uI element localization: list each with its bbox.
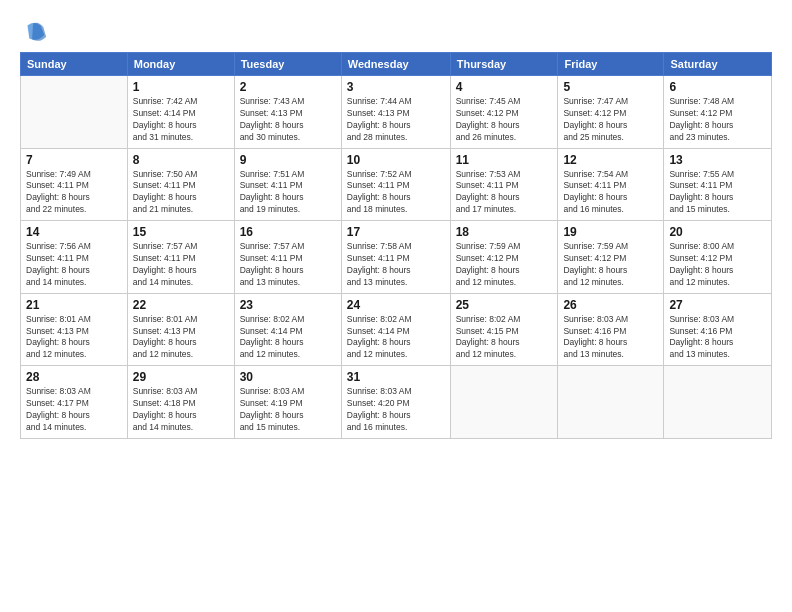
page: SundayMondayTuesdayWednesdayThursdayFrid…: [0, 0, 792, 612]
day-number: 8: [133, 153, 229, 167]
col-header-tuesday: Tuesday: [234, 53, 341, 76]
calendar-row-week-2: 7Sunrise: 7:49 AM Sunset: 4:11 PM Daylig…: [21, 148, 772, 221]
day-info: Sunrise: 7:56 AM Sunset: 4:11 PM Dayligh…: [26, 241, 122, 289]
calendar-cell: 26Sunrise: 8:03 AM Sunset: 4:16 PM Dayli…: [558, 293, 664, 366]
day-number: 13: [669, 153, 766, 167]
col-header-monday: Monday: [127, 53, 234, 76]
calendar-cell: 9Sunrise: 7:51 AM Sunset: 4:11 PM Daylig…: [234, 148, 341, 221]
col-header-sunday: Sunday: [21, 53, 128, 76]
day-number: 27: [669, 298, 766, 312]
calendar-cell: 28Sunrise: 8:03 AM Sunset: 4:17 PM Dayli…: [21, 366, 128, 439]
day-info: Sunrise: 7:48 AM Sunset: 4:12 PM Dayligh…: [669, 96, 766, 144]
day-number: 26: [563, 298, 658, 312]
day-number: 19: [563, 225, 658, 239]
header: [20, 18, 772, 46]
calendar-cell: 12Sunrise: 7:54 AM Sunset: 4:11 PM Dayli…: [558, 148, 664, 221]
day-info: Sunrise: 7:55 AM Sunset: 4:11 PM Dayligh…: [669, 169, 766, 217]
day-number: 4: [456, 80, 553, 94]
day-info: Sunrise: 7:45 AM Sunset: 4:12 PM Dayligh…: [456, 96, 553, 144]
calendar-cell: 1Sunrise: 7:42 AM Sunset: 4:14 PM Daylig…: [127, 76, 234, 149]
calendar-cell: [21, 76, 128, 149]
day-info: Sunrise: 7:57 AM Sunset: 4:11 PM Dayligh…: [133, 241, 229, 289]
calendar-cell: 14Sunrise: 7:56 AM Sunset: 4:11 PM Dayli…: [21, 221, 128, 294]
calendar-cell: 11Sunrise: 7:53 AM Sunset: 4:11 PM Dayli…: [450, 148, 558, 221]
day-number: 6: [669, 80, 766, 94]
logo-icon: [20, 18, 48, 46]
day-number: 3: [347, 80, 445, 94]
day-number: 28: [26, 370, 122, 384]
day-info: Sunrise: 8:02 AM Sunset: 4:14 PM Dayligh…: [347, 314, 445, 362]
calendar-cell: 10Sunrise: 7:52 AM Sunset: 4:11 PM Dayli…: [341, 148, 450, 221]
calendar-cell: 2Sunrise: 7:43 AM Sunset: 4:13 PM Daylig…: [234, 76, 341, 149]
day-number: 12: [563, 153, 658, 167]
calendar-cell: 7Sunrise: 7:49 AM Sunset: 4:11 PM Daylig…: [21, 148, 128, 221]
day-info: Sunrise: 7:43 AM Sunset: 4:13 PM Dayligh…: [240, 96, 336, 144]
col-header-saturday: Saturday: [664, 53, 772, 76]
day-info: Sunrise: 8:01 AM Sunset: 4:13 PM Dayligh…: [133, 314, 229, 362]
calendar-cell: 29Sunrise: 8:03 AM Sunset: 4:18 PM Dayli…: [127, 366, 234, 439]
day-info: Sunrise: 7:53 AM Sunset: 4:11 PM Dayligh…: [456, 169, 553, 217]
calendar-cell: 4Sunrise: 7:45 AM Sunset: 4:12 PM Daylig…: [450, 76, 558, 149]
calendar-cell: 5Sunrise: 7:47 AM Sunset: 4:12 PM Daylig…: [558, 76, 664, 149]
calendar-cell: 13Sunrise: 7:55 AM Sunset: 4:11 PM Dayli…: [664, 148, 772, 221]
day-info: Sunrise: 7:51 AM Sunset: 4:11 PM Dayligh…: [240, 169, 336, 217]
day-info: Sunrise: 8:03 AM Sunset: 4:20 PM Dayligh…: [347, 386, 445, 434]
col-header-thursday: Thursday: [450, 53, 558, 76]
calendar-cell: 31Sunrise: 8:03 AM Sunset: 4:20 PM Dayli…: [341, 366, 450, 439]
calendar-cell: [450, 366, 558, 439]
day-number: 16: [240, 225, 336, 239]
day-info: Sunrise: 7:42 AM Sunset: 4:14 PM Dayligh…: [133, 96, 229, 144]
day-info: Sunrise: 7:47 AM Sunset: 4:12 PM Dayligh…: [563, 96, 658, 144]
day-info: Sunrise: 8:01 AM Sunset: 4:13 PM Dayligh…: [26, 314, 122, 362]
calendar-row-week-3: 14Sunrise: 7:56 AM Sunset: 4:11 PM Dayli…: [21, 221, 772, 294]
calendar-cell: 15Sunrise: 7:57 AM Sunset: 4:11 PM Dayli…: [127, 221, 234, 294]
day-info: Sunrise: 8:03 AM Sunset: 4:16 PM Dayligh…: [563, 314, 658, 362]
day-number: 29: [133, 370, 229, 384]
calendar-cell: 3Sunrise: 7:44 AM Sunset: 4:13 PM Daylig…: [341, 76, 450, 149]
day-info: Sunrise: 7:54 AM Sunset: 4:11 PM Dayligh…: [563, 169, 658, 217]
day-number: 14: [26, 225, 122, 239]
day-number: 5: [563, 80, 658, 94]
day-number: 24: [347, 298, 445, 312]
calendar-cell: 25Sunrise: 8:02 AM Sunset: 4:15 PM Dayli…: [450, 293, 558, 366]
day-info: Sunrise: 7:59 AM Sunset: 4:12 PM Dayligh…: [456, 241, 553, 289]
day-info: Sunrise: 8:00 AM Sunset: 4:12 PM Dayligh…: [669, 241, 766, 289]
day-number: 17: [347, 225, 445, 239]
day-info: Sunrise: 8:03 AM Sunset: 4:19 PM Dayligh…: [240, 386, 336, 434]
day-info: Sunrise: 7:59 AM Sunset: 4:12 PM Dayligh…: [563, 241, 658, 289]
day-number: 2: [240, 80, 336, 94]
day-number: 10: [347, 153, 445, 167]
day-info: Sunrise: 7:49 AM Sunset: 4:11 PM Dayligh…: [26, 169, 122, 217]
calendar-cell: 23Sunrise: 8:02 AM Sunset: 4:14 PM Dayli…: [234, 293, 341, 366]
calendar-cell: 17Sunrise: 7:58 AM Sunset: 4:11 PM Dayli…: [341, 221, 450, 294]
day-number: 1: [133, 80, 229, 94]
day-info: Sunrise: 8:03 AM Sunset: 4:18 PM Dayligh…: [133, 386, 229, 434]
calendar-cell: 6Sunrise: 7:48 AM Sunset: 4:12 PM Daylig…: [664, 76, 772, 149]
day-number: 11: [456, 153, 553, 167]
calendar-cell: 19Sunrise: 7:59 AM Sunset: 4:12 PM Dayli…: [558, 221, 664, 294]
calendar-cell: 30Sunrise: 8:03 AM Sunset: 4:19 PM Dayli…: [234, 366, 341, 439]
calendar-cell: 20Sunrise: 8:00 AM Sunset: 4:12 PM Dayli…: [664, 221, 772, 294]
calendar-row-week-5: 28Sunrise: 8:03 AM Sunset: 4:17 PM Dayli…: [21, 366, 772, 439]
calendar-cell: 8Sunrise: 7:50 AM Sunset: 4:11 PM Daylig…: [127, 148, 234, 221]
calendar-row-week-4: 21Sunrise: 8:01 AM Sunset: 4:13 PM Dayli…: [21, 293, 772, 366]
day-number: 20: [669, 225, 766, 239]
day-info: Sunrise: 8:03 AM Sunset: 4:17 PM Dayligh…: [26, 386, 122, 434]
day-info: Sunrise: 8:03 AM Sunset: 4:16 PM Dayligh…: [669, 314, 766, 362]
day-number: 15: [133, 225, 229, 239]
calendar-cell: 22Sunrise: 8:01 AM Sunset: 4:13 PM Dayli…: [127, 293, 234, 366]
calendar-cell: 21Sunrise: 8:01 AM Sunset: 4:13 PM Dayli…: [21, 293, 128, 366]
calendar-cell: 27Sunrise: 8:03 AM Sunset: 4:16 PM Dayli…: [664, 293, 772, 366]
day-number: 25: [456, 298, 553, 312]
calendar-cell: 18Sunrise: 7:59 AM Sunset: 4:12 PM Dayli…: [450, 221, 558, 294]
col-header-wednesday: Wednesday: [341, 53, 450, 76]
calendar-cell: 24Sunrise: 8:02 AM Sunset: 4:14 PM Dayli…: [341, 293, 450, 366]
day-info: Sunrise: 8:02 AM Sunset: 4:14 PM Dayligh…: [240, 314, 336, 362]
day-number: 7: [26, 153, 122, 167]
day-number: 22: [133, 298, 229, 312]
calendar-table: SundayMondayTuesdayWednesdayThursdayFrid…: [20, 52, 772, 439]
calendar-header-row: SundayMondayTuesdayWednesdayThursdayFrid…: [21, 53, 772, 76]
day-number: 18: [456, 225, 553, 239]
day-info: Sunrise: 7:57 AM Sunset: 4:11 PM Dayligh…: [240, 241, 336, 289]
day-number: 9: [240, 153, 336, 167]
